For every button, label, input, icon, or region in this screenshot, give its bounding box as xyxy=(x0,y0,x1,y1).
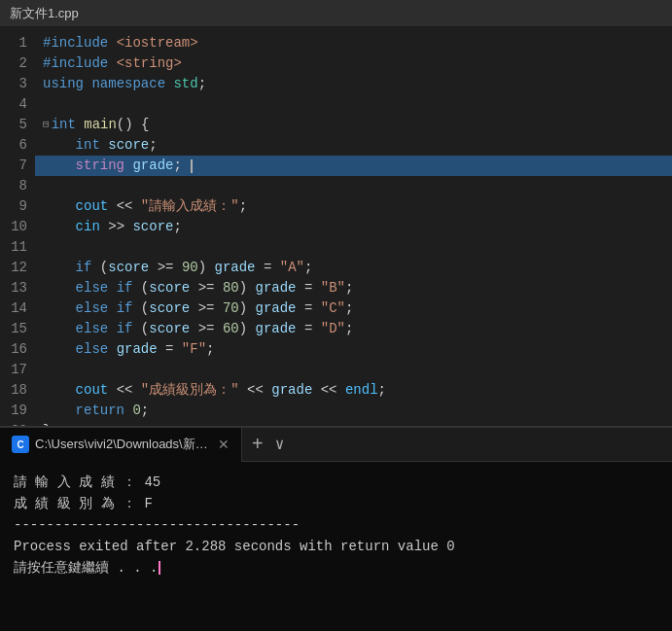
terminal-tab-bar: C C:\Users\vivi2\Downloads\新… ✕ + ∨ xyxy=(0,428,672,462)
code-line-9: cout << "請輸入成績："; xyxy=(35,196,672,217)
terminal-cursor xyxy=(159,561,160,575)
code-line-5: ⊟int main() { xyxy=(35,115,672,135)
code-line-15: else if (score >= 60) grade = "D"; xyxy=(35,319,672,339)
code-line-16: else grade = "F"; xyxy=(35,339,672,360)
terminal-tab-icon-label: C xyxy=(17,439,23,450)
code-line-11 xyxy=(35,237,672,258)
terminal-line-2: 成 績 級 別 為 ： F xyxy=(14,493,658,514)
code-line-12: if (score >= 90) grade = "A"; xyxy=(35,258,672,278)
code-line-13: else if (score >= 80) grade = "B"; xyxy=(35,278,672,298)
terminal-tab-icon: C xyxy=(12,436,29,453)
terminal-line-1: 請 輸 入 成 績 ： 45 xyxy=(14,472,658,493)
code-line-4 xyxy=(35,94,672,115)
code-line-3: using namespace std; xyxy=(35,74,672,94)
code-line-10: cin >> score; xyxy=(35,217,672,237)
code-line-8 xyxy=(35,176,672,196)
text-cursor xyxy=(191,159,193,173)
title-bar: 新文件1.cpp xyxy=(0,0,672,27)
code-line-6: int score; xyxy=(35,135,672,156)
terminal-line-5: Process exited after 2.288 seconds with … xyxy=(14,536,658,557)
code-line-1: #include <iostream> xyxy=(35,33,672,53)
terminal-line-4: ----------------------------------- xyxy=(14,514,658,536)
code-lines: #include <iostream> #include <string> us… xyxy=(35,27,672,426)
terminal-panel: C C:\Users\vivi2\Downloads\新… ✕ + ∨ 請 輸 … xyxy=(0,426,672,631)
code-line-19: return 0; xyxy=(35,401,672,421)
terminal-tab-actions: + ∨ xyxy=(242,434,295,456)
terminal-tab-close[interactable]: ✕ xyxy=(218,437,230,452)
code-editor[interactable]: 1 2 3 4 5 6 7 8 9 10 11 12 13 14 15 16 1… xyxy=(0,27,672,426)
code-line-17 xyxy=(35,360,672,380)
filename-label: 新文件1.cpp xyxy=(10,5,79,22)
terminal-chevron-button[interactable]: ∨ xyxy=(275,435,285,454)
code-line-2: #include <string> xyxy=(35,53,672,74)
code-line-14: else if (score >= 70) grade = "C"; xyxy=(35,298,672,319)
terminal-add-button[interactable]: + xyxy=(252,434,264,456)
terminal-content: 請 輸 入 成 績 ： 45 成 績 級 別 為 ： F -----------… xyxy=(0,462,672,631)
terminal-line-6: 請按任意鍵繼續 . . . xyxy=(14,557,658,578)
line-numbers: 1 2 3 4 5 6 7 8 9 10 11 12 13 14 15 16 1… xyxy=(0,27,35,426)
terminal-tab[interactable]: C C:\Users\vivi2\Downloads\新… ✕ xyxy=(0,428,242,462)
code-line-18: cout << "成績級別為：" << grade << endl; xyxy=(35,380,672,401)
fold-icon-5[interactable]: ⊟ xyxy=(43,115,50,135)
code-line-20: } xyxy=(35,421,672,426)
terminal-tab-label: C:\Users\vivi2\Downloads\新… xyxy=(35,436,208,453)
code-line-7: string grade; xyxy=(35,156,672,176)
